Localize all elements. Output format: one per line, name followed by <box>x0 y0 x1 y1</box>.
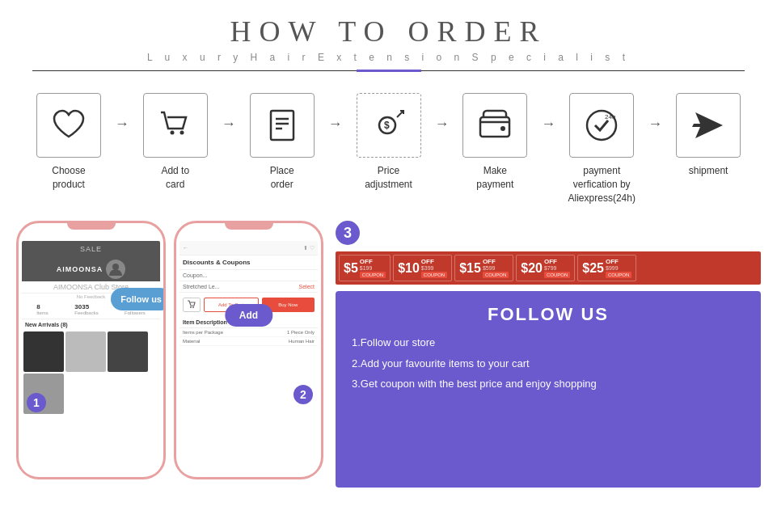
add-bubble: Add <box>225 304 272 327</box>
follow-us-box-title: FOLLOW US <box>352 304 745 325</box>
coupon-3-info: OFF $599 COUPON <box>483 258 509 278</box>
coupon-3-amount: $15 <box>459 262 481 275</box>
badge-3: 3 <box>336 221 360 245</box>
step-5-label: Makepayment <box>476 164 513 192</box>
phone2-desc-val-1: 1 Piece Only <box>287 330 315 335</box>
coupon-4: $20 OFF $799 COUPON <box>516 255 575 281</box>
coupon-5-off: OFF <box>606 258 631 265</box>
step3-header: 3 <box>336 221 761 245</box>
step-3: Placeorder <box>238 93 327 192</box>
step-6-label: paymentverfication byAliexpress(24h) <box>568 164 636 205</box>
arrow-5: → <box>541 93 555 133</box>
coupon-2-min: $399 <box>421 265 447 271</box>
step-7-label: shipment <box>689 164 728 178</box>
svg-point-10 <box>500 126 505 131</box>
phone2-desc-key-1: Items per Package <box>183 330 223 335</box>
phone1-new-arrivals: New Arrivals (8) <box>22 319 160 330</box>
svg-rect-9 <box>480 117 509 137</box>
verify-icon: 24h <box>582 106 621 145</box>
follow-us-item-2: 2.Add your favourite items to your cart <box>352 356 745 372</box>
phone2-desc-key-2: Material <box>183 339 200 344</box>
step-3-icon-box <box>250 93 315 158</box>
document-icon <box>263 106 302 145</box>
heart-icon <box>49 106 88 145</box>
coupon-2: $10 OFF $399 COUPON <box>393 255 452 281</box>
divider-line-right <box>421 70 745 71</box>
page-header: HOW TO ORDER L u x u r y H a i r E x t e… <box>0 0 777 77</box>
phone2-select[interactable]: Select <box>299 284 315 289</box>
coupon-5-btn[interactable]: COUPON <box>606 272 631 278</box>
coupon-1-info: OFF $199 COUPON <box>360 258 386 278</box>
phone-2-screen: ← ⬆ ♡ Discounts & Coupons Coupon... Stre… <box>179 241 318 474</box>
price-icon: $ <box>369 106 408 145</box>
step-4: $ Priceadjustment <box>344 93 433 192</box>
follow-us-item-3: 3.Get coupon with the best price and enj… <box>352 376 745 392</box>
bottom-section: SALE AIMOONSA AIMOONSA Club Store No Fee… <box>0 213 777 488</box>
coupon-4-btn[interactable]: COUPON <box>544 272 570 278</box>
phone1-sale-label: SALE <box>80 245 102 253</box>
arrow-1: → <box>115 93 129 133</box>
coupon-2-info: OFF $399 COUPON <box>421 258 447 278</box>
phone-1: SALE AIMOONSA AIMOONSA Club Store No Fee… <box>16 221 166 479</box>
step-1-icon-box <box>36 93 101 158</box>
step-2-label: Add tocard <box>161 164 189 192</box>
step-7: shipment <box>664 93 753 178</box>
phones-container: SALE AIMOONSA AIMOONSA Club Store No Fee… <box>16 221 323 488</box>
coupon-5-min: $999 <box>606 265 631 271</box>
step-1: Chooseproduct <box>24 93 113 192</box>
coupons-row: $5 OFF $199 COUPON $10 OFF $399 COUPON $… <box>336 251 761 285</box>
phone2-cart-icon[interactable] <box>183 298 201 312</box>
phone2-stretched-label: Stretched Le... <box>183 284 220 289</box>
step-6-icon-box: 24h <box>569 93 634 158</box>
svg-rect-2 <box>271 111 293 140</box>
coupon-5: $25 OFF $999 COUPON <box>577 255 636 281</box>
coupon-4-amount: $20 <box>521 262 543 275</box>
coupon-3: $15 OFF $599 COUPON <box>454 255 513 281</box>
follow-us-bubble: Follow us <box>111 288 166 310</box>
svg-point-13 <box>112 264 119 270</box>
step-1-label: Chooseproduct <box>52 164 85 192</box>
phone1-feedbacks-stat: 3035 Feedbacks <box>74 303 98 315</box>
phone-2: ← ⬆ ♡ Discounts & Coupons Coupon... Stre… <box>174 221 323 479</box>
coupon-1-min: $199 <box>360 265 386 271</box>
svg-text:$: $ <box>384 120 390 131</box>
coupon-2-btn[interactable]: COUPON <box>421 272 447 278</box>
page-subtitle: L u x u r y H a i r E x t e n s i o n S … <box>0 52 777 63</box>
phone1-product-1 <box>23 331 64 372</box>
phone2-top-icons: ← <box>183 245 303 251</box>
phone1-header: SALE <box>22 241 160 257</box>
arrow-2: → <box>222 93 236 133</box>
header-divider <box>32 70 745 72</box>
phone2-desc-row-2: Material Human Hair <box>179 337 318 346</box>
wallet-icon <box>475 106 514 145</box>
step-2: Add tocard <box>131 93 220 192</box>
phone2-coupon-row: Coupon... <box>179 270 318 281</box>
divider-accent <box>357 70 421 72</box>
coupon-4-info: OFF $799 COUPON <box>544 258 570 278</box>
phone1-product-2 <box>65 331 106 372</box>
person-icon <box>108 261 124 277</box>
follow-us-item-1: 1.Follow our store <box>352 335 745 351</box>
coupon-4-min: $799 <box>544 265 570 271</box>
phone2-stretched-row: Stretched Le... Select <box>179 281 318 293</box>
coupon-4-off: OFF <box>544 258 570 265</box>
phone1-product-3 <box>108 331 148 372</box>
phone1-feedbacks-label: Feedbacks <box>74 310 98 315</box>
phone-1-screen: SALE AIMOONSA AIMOONSA Club Store No Fee… <box>22 241 160 474</box>
coupon-1-btn[interactable]: COUPON <box>360 272 386 278</box>
step-7-icon-box <box>676 93 741 158</box>
follow-us-box: FOLLOW US 1.Follow our store 2.Add your … <box>336 291 761 488</box>
phone1-feedbacks-val: 3035 <box>74 303 98 310</box>
phone2-discounts-title: Discounts & Coupons <box>179 255 318 270</box>
phone1-items-stat: 8 Items <box>36 303 49 315</box>
svg-point-15 <box>192 306 194 308</box>
right-section: 3 $5 OFF $199 COUPON $10 OFF $399 COUPON <box>336 221 761 488</box>
phone1-avatar <box>106 260 125 279</box>
coupon-3-btn[interactable]: COUPON <box>483 272 509 278</box>
coupon-1-amount: $5 <box>344 262 358 275</box>
svg-point-0 <box>170 131 174 135</box>
coupon-5-amount: $25 <box>582 262 604 275</box>
coupon-1: $5 OFF $199 COUPON <box>339 255 391 281</box>
phone1-logo-bar: AIMOONSA <box>22 257 160 281</box>
cart-icon <box>156 106 195 145</box>
